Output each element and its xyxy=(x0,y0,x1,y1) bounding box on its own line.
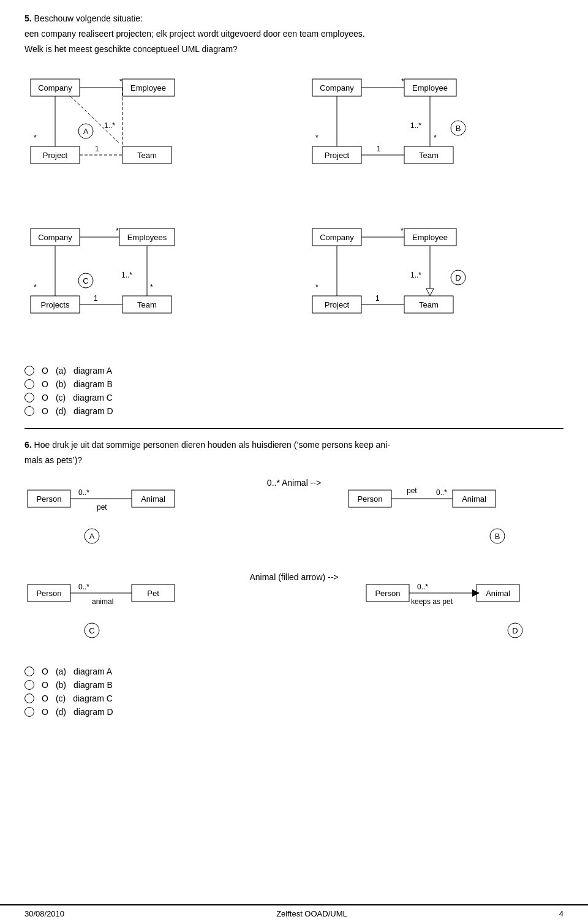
svg-text:Team: Team xyxy=(419,151,439,160)
q6-option-a-label: O xyxy=(42,667,48,676)
q6-diagram-b-svg: Person Animal pet 0..* B xyxy=(345,478,505,557)
diagram-a-svg: Company Employee * Project Team * A xyxy=(24,67,184,202)
footer-page: 4 xyxy=(559,909,564,918)
svg-text:Employee: Employee xyxy=(412,233,448,242)
svg-text:D: D xyxy=(455,273,461,282)
svg-text:0..*: 0..* xyxy=(436,488,447,497)
q5-radio-c[interactable] xyxy=(24,393,34,402)
q6-radio-c[interactable] xyxy=(24,693,34,703)
svg-text:pet: pet xyxy=(97,503,107,512)
q5-radio-b[interactable] xyxy=(24,379,34,389)
question5-line2: een company realiseert projecten; elk pr… xyxy=(24,28,564,40)
svg-text:A: A xyxy=(89,532,95,541)
q6-option-b-letter: (b) xyxy=(56,680,66,690)
svg-text:*: * xyxy=(315,134,318,142)
svg-text:*: * xyxy=(315,283,318,292)
footer-date: 30/08/2010 xyxy=(24,909,64,918)
q6-diagram-a-svg: Person Animal 0..* pet A xyxy=(24,478,184,557)
q5-option-a-letter: (a) xyxy=(56,366,66,376)
q6-option-b-text: diagram B xyxy=(74,680,113,690)
svg-text:pet: pet xyxy=(407,486,417,495)
diagram-c-panel: Company Employees * C 1..* * Projects xyxy=(24,216,282,351)
section-divider xyxy=(24,428,564,429)
svg-text:keeps as pet: keeps as pet xyxy=(411,597,453,606)
q6-option-a[interactable]: O (a) diagram A xyxy=(24,667,564,676)
q5-radio-a[interactable] xyxy=(24,366,34,376)
svg-text:Person: Person xyxy=(36,494,61,504)
svg-text:1: 1 xyxy=(94,294,98,303)
svg-text:Project: Project xyxy=(43,151,68,160)
svg-text:*: * xyxy=(150,283,153,292)
q6-option-c[interactable]: O (c) diagram C xyxy=(24,693,564,703)
svg-text:Company: Company xyxy=(320,83,354,93)
q6-option-d-label: O xyxy=(42,707,48,717)
svg-text:Project: Project xyxy=(325,300,350,309)
q6-diagram-c-panel: Person Pet 0..* animal C xyxy=(24,572,225,652)
q6-radio-b[interactable] xyxy=(24,680,34,690)
q6-radio-d[interactable] xyxy=(24,707,34,717)
svg-text:Employees: Employees xyxy=(127,233,167,242)
svg-text:1: 1 xyxy=(377,145,381,153)
svg-text:Employee: Employee xyxy=(412,83,448,93)
q6-diagram-b-panel: Person Animal pet 0..* B xyxy=(345,478,564,557)
svg-text:Person: Person xyxy=(358,494,383,504)
svg-text:Company: Company xyxy=(320,233,354,242)
q6-option-c-letter: (c) xyxy=(56,693,66,703)
q6-option-d-text: diagram D xyxy=(74,707,113,717)
svg-text:1: 1 xyxy=(95,145,99,153)
svg-text:*: * xyxy=(401,77,404,86)
svg-text:0..*: 0..* xyxy=(78,583,89,591)
svg-text:1..*: 1..* xyxy=(410,271,421,279)
diagram-b-panel: Company Employee * B 1..* * Project xyxy=(306,67,564,202)
q6-option-a-letter: (a) xyxy=(56,667,66,676)
svg-text:C: C xyxy=(83,276,88,285)
svg-text:A: A xyxy=(83,127,89,136)
q5-option-c-letter: (c) xyxy=(56,393,66,402)
diagram-c-svg: Company Employees * C 1..* * Projects xyxy=(24,216,184,351)
svg-text:1..*: 1..* xyxy=(104,121,115,130)
q5-diagram-row2: Company Employees * C 1..* * Projects xyxy=(24,216,564,351)
q5-option-d-label: O xyxy=(42,406,48,416)
svg-line-18 xyxy=(70,96,119,143)
svg-text:B: B xyxy=(495,532,500,541)
svg-text:Team: Team xyxy=(137,300,157,309)
q5-option-d-letter: (d) xyxy=(56,406,66,416)
question5-line1: 5. Beschouw volgende situatie: xyxy=(24,12,564,25)
q5-radio-d[interactable] xyxy=(24,406,34,416)
q6-radio-a[interactable] xyxy=(24,667,34,676)
question6-line2: mals as pets’)? xyxy=(24,454,564,467)
svg-text:Team: Team xyxy=(137,151,157,160)
page-content: 5. Beschouw volgende situatie: een compa… xyxy=(0,0,588,766)
svg-text:animal: animal xyxy=(92,597,113,606)
svg-text:Animal: Animal xyxy=(462,494,486,504)
q6-option-b[interactable]: O (b) diagram B xyxy=(24,680,564,690)
diagram-a-panel: Company Employee * Project Team * A xyxy=(24,67,282,202)
page-footer: 30/08/2010 Zelftest OOAD/UML 4 xyxy=(0,904,588,922)
diagram-b-svg: Company Employee * B 1..* * Project xyxy=(306,67,466,202)
svg-text:Projects: Projects xyxy=(41,300,70,309)
q6-options: O (a) diagram A O (b) diagram B O (c) di… xyxy=(24,667,564,717)
svg-text:Person: Person xyxy=(36,589,61,598)
q5-option-b[interactable]: O (b) diagram B xyxy=(24,379,564,389)
q5-option-a-label: O xyxy=(42,366,48,376)
svg-text:*: * xyxy=(116,227,119,235)
svg-text:Company: Company xyxy=(38,83,72,93)
svg-text:B: B xyxy=(456,124,461,133)
svg-text:Animal: Animal xyxy=(141,494,165,504)
svg-text:*: * xyxy=(34,134,37,142)
q6-diagram-d-svg: Person Animal 0..* keeps as pet D xyxy=(363,572,535,652)
q6-option-d[interactable]: O (d) diagram D xyxy=(24,707,564,717)
svg-text:Company: Company xyxy=(38,233,72,242)
q5-option-d[interactable]: O (d) diagram D xyxy=(24,406,564,416)
q5-option-c[interactable]: O (c) diagram C xyxy=(24,393,564,402)
svg-text:Project: Project xyxy=(325,151,350,160)
svg-text:Employee: Employee xyxy=(130,83,166,93)
q5-option-a[interactable]: O (a) diagram A xyxy=(24,366,564,376)
q6-diagram-row2: Person Pet 0..* animal C Animal (filled … xyxy=(24,572,564,652)
svg-text:*: * xyxy=(401,227,404,235)
svg-text:*: * xyxy=(119,77,123,86)
q6-diagram-c-svg: Person Pet 0..* animal C xyxy=(24,572,184,652)
diagram-d-svg: Company Employee * D 1..* * Project xyxy=(306,216,478,351)
svg-text:*: * xyxy=(434,134,437,142)
svg-text:Team: Team xyxy=(419,300,439,309)
